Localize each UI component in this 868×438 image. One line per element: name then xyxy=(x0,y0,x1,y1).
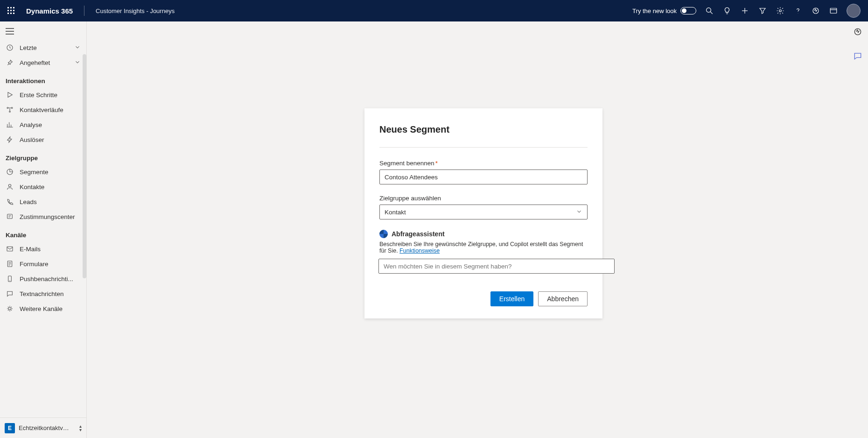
main: Neues Segment Segment benennen* Zielgrup… xyxy=(87,21,868,438)
sidebar-item-label: Zustimmungscenter xyxy=(20,213,81,220)
divider xyxy=(379,147,588,148)
new-segment-dialog: Neues Segment Segment benennen* Zielgrup… xyxy=(364,108,602,318)
sidebar-item-texts[interactable]: Textnachrichten xyxy=(0,286,86,301)
area-switcher[interactable]: E Echtzeitkontaktve... ▴▾ xyxy=(0,417,86,438)
sidebar-item-triggers[interactable]: Auslöser xyxy=(0,132,86,147)
chevron-down-icon xyxy=(576,208,582,216)
right-rail xyxy=(852,26,863,62)
app-name[interactable]: Customer Insights - Journeys xyxy=(96,7,175,14)
svg-line-10 xyxy=(710,12,713,14)
cancel-button[interactable]: Abbrechen xyxy=(538,291,588,306)
feedback-icon[interactable] xyxy=(852,50,863,62)
chevron-down-icon xyxy=(74,44,81,52)
sidebar-item-leads[interactable]: Leads xyxy=(0,194,86,209)
form-icon xyxy=(6,260,14,268)
sidebar-toggle[interactable] xyxy=(0,21,86,40)
field-audience: Zielgruppe auswählen Kontakt xyxy=(379,195,588,219)
how-it-works-link[interactable]: Funktionsweise xyxy=(399,247,440,254)
svg-rect-8 xyxy=(13,13,14,14)
sidebar-item-pinned[interactable]: Angeheftet xyxy=(0,55,86,70)
sidebar-item-label: Segmente xyxy=(20,169,81,176)
pin-icon xyxy=(6,58,14,67)
sidebar-item-label: Erste Schritte xyxy=(20,92,81,99)
svg-point-9 xyxy=(707,8,711,13)
person-icon xyxy=(6,183,14,191)
sidebar-item-label: Leads xyxy=(20,198,81,205)
bolt-icon xyxy=(6,135,14,144)
sidebar-item-journeys[interactable]: Kontaktverläufe xyxy=(0,102,86,117)
copilot-icon[interactable] xyxy=(811,6,820,15)
sidebar-item-consent[interactable]: Zustimmungscenter xyxy=(0,209,86,224)
sidebar-item-forms[interactable]: Formulare xyxy=(0,256,86,271)
sidebar: Letzte Angeheftet Interaktionen Erste Sc… xyxy=(0,21,87,438)
query-assistant-input[interactable] xyxy=(378,259,615,274)
field-label: Segment benennen* xyxy=(379,160,588,167)
sidebar-item-label: Pushbenachrichti... xyxy=(20,276,81,283)
sidebar-item-more-channels[interactable]: Weitere Kanäle xyxy=(0,301,86,316)
copilot-badge-icon xyxy=(379,230,388,238)
top-left: Dynamics 365 Customer Insights - Journey… xyxy=(4,3,175,18)
sidebar-item-label: Kontaktverläufe xyxy=(20,106,81,113)
dialog-title: Neues Segment xyxy=(379,124,588,135)
play-icon xyxy=(6,91,14,99)
copilot-panel-icon[interactable] xyxy=(852,26,863,37)
svg-point-23 xyxy=(9,111,11,113)
query-assistant: Abfrageassistent Beschreiben Sie Ihre ge… xyxy=(379,230,588,274)
sidebar-section-interactions: Interaktionen xyxy=(0,70,86,87)
brand-title[interactable]: Dynamics 365 xyxy=(26,7,73,15)
sidebar-item-segments[interactable]: Segmente xyxy=(0,164,86,179)
flow-icon xyxy=(6,106,14,114)
plus-icon[interactable] xyxy=(740,6,749,15)
sidebar-item-label: Auslöser xyxy=(20,136,81,143)
sidebar-item-label: Formulare xyxy=(20,261,81,268)
sidebar-item-contacts[interactable]: Kontakte xyxy=(0,179,86,194)
svg-rect-0 xyxy=(7,7,9,8)
svg-point-24 xyxy=(8,184,11,187)
lightbulb-icon[interactable] xyxy=(722,6,732,15)
help-icon[interactable] xyxy=(793,6,803,15)
create-button[interactable]: Erstellen xyxy=(490,291,533,306)
svg-rect-3 xyxy=(7,10,9,11)
mobile-icon xyxy=(6,275,14,283)
app-launcher-icon[interactable] xyxy=(4,3,19,18)
top-right: Try the new look xyxy=(632,4,864,18)
sidebar-item-label: E-Mails xyxy=(20,246,81,253)
query-assistant-desc: Beschreiben Sie Ihre gewünschte Zielgrup… xyxy=(379,241,588,254)
panel-icon[interactable] xyxy=(829,6,838,15)
plus-apps-icon xyxy=(6,304,14,313)
toggle-new-look[interactable] xyxy=(680,7,696,14)
gear-icon[interactable] xyxy=(776,6,785,15)
sidebar-item-label: Letzte xyxy=(20,44,69,51)
required-mark: * xyxy=(435,160,438,167)
sidebar-item-emails[interactable]: E-Mails xyxy=(0,241,86,256)
audience-select[interactable]: Kontakt xyxy=(379,205,588,219)
chat-icon xyxy=(6,290,14,298)
area-name: Echtzeitkontaktve... xyxy=(19,424,70,431)
chevron-updown-icon: ▴▾ xyxy=(79,424,82,432)
mail-icon xyxy=(6,245,14,253)
sidebar-item-recent[interactable]: Letzte xyxy=(0,40,86,55)
chevron-down-icon xyxy=(74,59,81,67)
sidebar-item-get-started[interactable]: Erste Schritte xyxy=(0,87,86,102)
segment-name-input[interactable] xyxy=(379,170,588,184)
svg-rect-7 xyxy=(10,13,12,14)
shell: Letzte Angeheftet Interaktionen Erste Sc… xyxy=(0,21,868,438)
query-assistant-header: Abfrageassistent xyxy=(379,230,588,238)
svg-rect-26 xyxy=(7,247,13,251)
try-new-look: Try the new look xyxy=(632,7,696,14)
sidebar-item-label: Weitere Kanäle xyxy=(20,305,81,312)
phone-icon xyxy=(6,198,14,206)
svg-point-21 xyxy=(7,107,8,109)
sidebar-item-analytics[interactable]: Analyse xyxy=(0,117,86,132)
avatar[interactable] xyxy=(847,4,861,18)
svg-point-30 xyxy=(8,307,11,310)
search-icon[interactable] xyxy=(705,6,714,15)
svg-point-13 xyxy=(779,10,782,12)
sidebar-item-label: Kontakte xyxy=(20,184,81,191)
scrollbar[interactable] xyxy=(83,54,86,278)
filter-icon[interactable] xyxy=(758,6,767,15)
field-label: Zielgruppe auswählen xyxy=(379,195,588,202)
sidebar-item-push[interactable]: Pushbenachrichti... xyxy=(0,271,86,286)
svg-rect-25 xyxy=(7,214,13,219)
sidebar-section-channels: Kanäle xyxy=(0,224,86,241)
